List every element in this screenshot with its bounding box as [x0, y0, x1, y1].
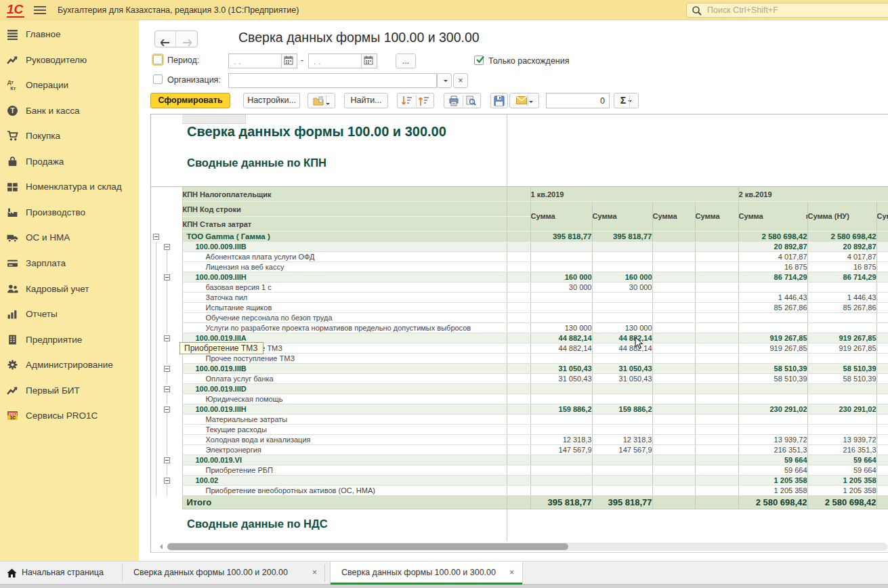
window-tab-1[interactable]: Начальная страница — [0, 562, 123, 585]
tree-gutter[interactable] — [151, 415, 182, 425]
table-row[interactable]: Услуги по разработке проекта нормативов … — [151, 323, 888, 333]
tree-gutter[interactable] — [151, 242, 182, 252]
scroll-left-icon[interactable] — [157, 544, 163, 549]
sidebar-item-12[interactable]: Отчеты — [0, 306, 139, 323]
sum-button[interactable]: Σ — [614, 93, 639, 108]
table-row[interactable]: Заточка пил1 446,431 446,43 — [151, 293, 888, 303]
tree-gutter[interactable] — [151, 384, 182, 394]
table-row[interactable]: Обучение персонала по безоп труда — [151, 313, 888, 323]
window-tab-2[interactable]: Сверка данных формы 100.00 и 200.00× — [123, 562, 325, 585]
1c-logo-icon[interactable]: 1С — [7, 2, 24, 18]
precision-input[interactable]: 0 — [546, 93, 610, 108]
tree-gutter[interactable] — [151, 435, 182, 445]
table-row[interactable]: 100.00.019.VI59 66459 664 — [151, 455, 888, 465]
tree-gutter[interactable] — [151, 262, 182, 272]
organization-clear-button[interactable]: × — [453, 73, 468, 88]
send-mail-button[interactable] — [509, 93, 539, 108]
tree-gutter[interactable] — [151, 465, 182, 476]
table-row[interactable]: 100.021 205 3581 205 358 — [151, 476, 888, 486]
sidebar-item-1[interactable]: Главное — [0, 26, 139, 43]
print-icon[interactable] — [448, 96, 459, 106]
sidebar-item-13[interactable]: Предприятие — [0, 331, 139, 349]
table-row[interactable]: Приобретение РБП59 66459 664 — [151, 465, 888, 476]
tree-gutter[interactable] — [151, 455, 182, 465]
organization-checkbox[interactable] — [153, 75, 163, 84]
tree-gutter[interactable] — [151, 476, 182, 486]
tree-gutter[interactable] — [151, 445, 182, 455]
table-row[interactable]: Холодная вода и канализация12 318,312 31… — [151, 435, 888, 445]
sidebar-item-14[interactable]: Администрирование — [0, 356, 139, 374]
table-row[interactable]: Юридическая помощь — [151, 394, 888, 404]
only-differences-checkbox[interactable] — [474, 56, 484, 65]
table-row[interactable]: 100.00.009.IIIH160 000160 00086 714,2986… — [151, 272, 888, 282]
sidebar-item-3[interactable]: ДтКтОперации — [0, 77, 139, 94]
tree-gutter[interactable] — [151, 425, 182, 435]
table-row[interactable]: базовая версия 1 с30 00030 000 — [151, 282, 888, 293]
generate-button[interactable]: Сформировать — [150, 93, 230, 108]
table-row[interactable]: Электроэнергия147 567,9147 567,9216 351,… — [151, 445, 888, 455]
table-row[interactable]: ТОО Gamma ( Гамма )395 818,77395 818,772… — [151, 232, 888, 242]
horizontal-scrollbar[interactable] — [167, 543, 887, 551]
table-row[interactable]: Абонентская плата услуги ОФД4 017,874 01… — [151, 252, 888, 262]
tree-gutter[interactable] — [151, 333, 182, 343]
period-from-input[interactable]: . . — [228, 54, 297, 68]
sidebar-item-11[interactable]: Кадровый учет — [0, 280, 139, 298]
back-button[interactable] — [155, 31, 176, 47]
window-tab-3[interactable]: Сверка данных формы 100.00 и 300.00× — [330, 562, 523, 585]
tree-gutter[interactable] — [151, 303, 182, 313]
global-search-input[interactable]: Поиск Ctrl+Shift+F — [686, 3, 888, 18]
period-to-input[interactable]: . . — [308, 54, 377, 68]
table-row[interactable]: Прочее поступление ТМЗ — [151, 354, 888, 364]
expand-groups-icon[interactable] — [419, 96, 429, 106]
tree-gutter[interactable] — [151, 486, 182, 496]
sidebar-item-2[interactable]: Руководителю — [0, 51, 139, 69]
calendar-from-button[interactable] — [281, 54, 297, 68]
table-row[interactable]: 100.00.019.IIIH159 886,2159 886,2230 291… — [151, 404, 888, 415]
period-checkbox[interactable] — [153, 55, 163, 64]
find-button[interactable]: Найти... — [344, 93, 388, 108]
organization-dropdown-button[interactable] — [437, 73, 452, 88]
tree-gutter[interactable] — [151, 323, 182, 333]
sidebar-item-7[interactable]: Номенклатура и склад — [0, 178, 139, 196]
main-menu-icon[interactable] — [34, 6, 46, 14]
tree-gutter[interactable] — [151, 354, 182, 364]
table-row[interactable]: Итого395 818,77395 818,772 580 698,422 5… — [151, 496, 888, 509]
period-more-button[interactable]: ... — [396, 54, 416, 68]
tree-gutter[interactable] — [151, 394, 182, 404]
settings-button[interactable]: Настройки... — [243, 93, 300, 108]
table-row[interactable]: Текущие расходы — [151, 425, 888, 435]
table-row[interactable]: Приобретение внеоборотных активов (ОС, Н… — [151, 486, 888, 496]
tree-gutter[interactable] — [151, 272, 182, 282]
table-row[interactable]: Материальные затраты — [151, 415, 888, 425]
tree-gutter[interactable] — [151, 282, 182, 293]
sidebar-item-16[interactable]: PRO1ССервисы PRO1C — [0, 407, 139, 425]
table-row[interactable]: 100.00.019.IIIB31 050,4331 050,4358 510,… — [151, 364, 888, 374]
forward-button[interactable] — [176, 31, 197, 47]
table-row[interactable]: Лицензия на веб кассу16 87516 875 — [151, 262, 888, 272]
sidebar-item-4[interactable]: ТБанк и касса — [0, 102, 139, 120]
tree-gutter[interactable] — [151, 252, 182, 262]
tab-close-icon[interactable]: × — [509, 568, 514, 577]
tree-gutter[interactable] — [151, 232, 182, 242]
calendar-to-button[interactable] — [361, 54, 377, 68]
organization-input[interactable] — [228, 73, 437, 88]
tree-gutter[interactable] — [151, 364, 182, 374]
tree-gutter[interactable] — [151, 313, 182, 323]
save-button[interactable] — [490, 93, 508, 108]
sidebar-item-5[interactable]: Покупка — [0, 127, 139, 145]
tree-gutter[interactable] — [151, 374, 182, 384]
tab-close-icon[interactable]: × — [312, 568, 317, 577]
tree-gutter[interactable] — [151, 496, 182, 509]
sidebar-item-9[interactable]: ОС и НМА — [0, 229, 139, 247]
tree-gutter[interactable] — [151, 404, 182, 415]
table-row[interactable]: Оплата услуг банка31 050,4331 050,4358 5… — [151, 374, 888, 384]
scrollbar-thumb[interactable] — [167, 543, 568, 550]
table-row[interactable]: 100.00.019.IIID — [151, 384, 888, 394]
table-row[interactable]: 100.00.009.IIIB20 892,8720 892,87 — [151, 242, 888, 252]
table-row[interactable]: Испытание ящиков85 267,8685 267,86 — [151, 303, 888, 313]
tree-gutter[interactable] — [151, 293, 182, 303]
report-variants-button[interactable] — [308, 93, 335, 108]
sidebar-item-10[interactable]: Зарплата — [0, 255, 139, 272]
collapse-groups-icon[interactable] — [402, 96, 413, 106]
print-preview-icon[interactable] — [465, 96, 476, 106]
